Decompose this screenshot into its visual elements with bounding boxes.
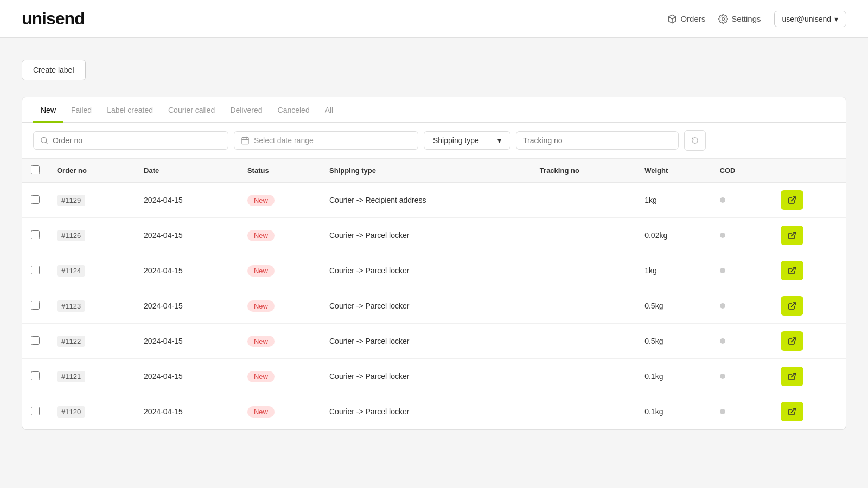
weight-cell: 1kg <box>636 183 711 218</box>
cod-indicator <box>720 268 725 273</box>
order-no-cell: #1124 <box>48 253 135 288</box>
weight-cell: 0.5kg <box>636 324 711 359</box>
shipping-type-header: Shipping type <box>321 159 531 183</box>
row-checkbox-cell <box>22 394 48 429</box>
action-cell <box>772 359 846 394</box>
row-checkbox[interactable] <box>31 371 40 380</box>
tracking-no-cell <box>531 394 636 429</box>
settings-nav-link[interactable]: Settings <box>718 14 761 24</box>
weight-cell: 1kg <box>636 253 711 288</box>
cod-indicator <box>720 303 725 309</box>
table-row: #11232024-04-15NewCourier -> Parcel lock… <box>22 288 846 324</box>
cod-cell <box>711 324 772 359</box>
status-badge: New <box>247 265 275 277</box>
external-link-icon <box>788 266 796 275</box>
status-cell: New <box>239 324 321 359</box>
date-cell: 2024-04-15 <box>135 324 239 359</box>
edit-order-button[interactable] <box>781 190 803 210</box>
order-no-link[interactable]: #1129 <box>57 195 85 206</box>
status-badge: New <box>247 371 275 382</box>
orders-nav-link[interactable]: Orders <box>667 14 705 24</box>
svg-line-9 <box>791 232 795 236</box>
cod-indicator <box>720 197 725 203</box>
select-all-header <box>22 159 48 183</box>
table-row: #11222024-04-15NewCourier -> Parcel lock… <box>22 324 846 359</box>
order-no-input[interactable] <box>53 136 221 145</box>
order-no-link[interactable]: #1123 <box>57 300 85 312</box>
status-cell: New <box>239 359 321 394</box>
weight-cell: 0.5kg <box>636 288 711 324</box>
create-label-button[interactable]: Create label <box>22 60 86 80</box>
edit-order-button[interactable] <box>781 261 803 280</box>
edit-order-button[interactable] <box>781 331 803 351</box>
table-row: #11242024-04-15NewCourier -> Parcel lock… <box>22 253 846 288</box>
tracking-no-cell <box>531 183 636 218</box>
row-checkbox-cell <box>22 183 48 218</box>
tracking-no-cell <box>531 288 636 324</box>
date-header: Date <box>135 159 239 183</box>
box-icon <box>667 14 677 24</box>
order-no-link[interactable]: #1124 <box>57 265 85 277</box>
table-header: Order no Date Status Shipping type Track… <box>22 159 846 183</box>
edit-order-button[interactable] <box>781 226 803 245</box>
cod-cell <box>711 394 772 429</box>
tab-canceled[interactable]: Canceled <box>270 97 317 123</box>
tab-new[interactable]: New <box>33 97 63 123</box>
table-body: #11292024-04-15NewCourier -> Recipient a… <box>22 183 846 429</box>
user-menu-button[interactable]: user@unisend ▾ <box>774 11 847 27</box>
edit-order-button[interactable] <box>781 296 803 316</box>
status-cell: New <box>239 394 321 429</box>
row-checkbox[interactable] <box>31 230 40 239</box>
svg-line-13 <box>791 373 795 377</box>
calendar-icon <box>241 136 250 145</box>
row-checkbox[interactable] <box>31 195 40 204</box>
date-range-filter[interactable]: Select date range <box>234 131 418 150</box>
order-no-link[interactable]: #1120 <box>57 406 85 418</box>
order-no-cell: #1121 <box>48 359 135 394</box>
status-cell: New <box>239 218 321 253</box>
row-checkbox[interactable] <box>31 301 40 310</box>
date-cell: 2024-04-15 <box>135 218 239 253</box>
order-no-header: Order no <box>48 159 135 183</box>
table-row: #11262024-04-15NewCourier -> Parcel lock… <box>22 218 846 253</box>
tab-delivered[interactable]: Delivered <box>222 97 270 123</box>
action-cell <box>772 288 846 324</box>
edit-order-button[interactable] <box>781 402 803 421</box>
select-all-checkbox[interactable] <box>31 165 40 174</box>
shipping-type-filter[interactable]: Shipping type ▾ <box>424 131 510 150</box>
tab-failed[interactable]: Failed <box>63 97 99 123</box>
dropdown-arrow-icon: ▾ <box>834 15 838 23</box>
tabs-bar: NewFailedLabel createdCourier calledDeli… <box>22 97 846 123</box>
weight-cell: 0.1kg <box>636 359 711 394</box>
cod-indicator <box>720 338 725 344</box>
row-checkbox-cell <box>22 324 48 359</box>
status-badge: New <box>247 336 275 347</box>
action-cell <box>772 218 846 253</box>
svg-line-8 <box>791 197 795 201</box>
order-no-cell: #1120 <box>48 394 135 429</box>
tracking-no-filter[interactable] <box>516 131 679 150</box>
header-nav: Orders Settings user@unisend ▾ <box>667 11 846 27</box>
order-no-link[interactable]: #1122 <box>57 336 85 347</box>
tracking-no-input[interactable] <box>523 136 672 145</box>
external-link-icon <box>788 372 796 381</box>
shipping-type-cell: Courier -> Parcel locker <box>321 253 531 288</box>
table-row: #11212024-04-15NewCourier -> Parcel lock… <box>22 359 846 394</box>
edit-order-button[interactable] <box>781 367 803 386</box>
cod-cell <box>711 183 772 218</box>
order-no-link[interactable]: #1121 <box>57 371 85 382</box>
row-checkbox[interactable] <box>31 407 40 415</box>
row-checkbox[interactable] <box>31 336 40 345</box>
cod-cell <box>711 253 772 288</box>
order-no-filter[interactable] <box>33 131 228 150</box>
svg-line-3 <box>46 142 47 144</box>
order-no-link[interactable]: #1126 <box>57 230 85 241</box>
row-checkbox[interactable] <box>31 266 40 274</box>
date-cell: 2024-04-15 <box>135 253 239 288</box>
external-link-icon <box>788 231 796 240</box>
tab-label-created[interactable]: Label created <box>99 97 161 123</box>
cod-header: COD <box>711 159 772 183</box>
tab-courier-called[interactable]: Courier called <box>161 97 222 123</box>
tab-all[interactable]: All <box>317 97 341 123</box>
reset-filters-button[interactable] <box>684 130 706 151</box>
